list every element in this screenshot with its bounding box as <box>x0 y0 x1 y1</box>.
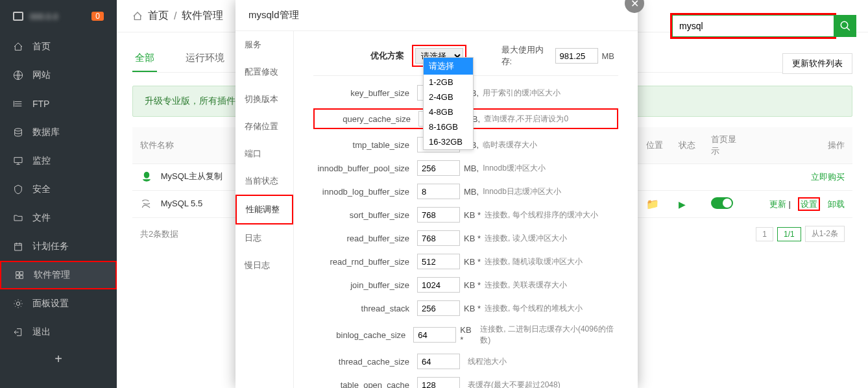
search-button[interactable] <box>834 15 856 37</box>
modal-tab-3[interactable]: 存储位置 <box>235 113 293 140</box>
modal-tab-0[interactable]: 服务 <box>235 31 293 58</box>
param-row-read_rnd_buffer_size: read_rnd_buffer_size KB * 连接数, 随机读取缓冲区大小 <box>313 254 618 269</box>
param-row-innodb_log_buffer_size: innodb_log_buffer_size MB, Innodb日志缓冲区大小 <box>313 184 618 199</box>
param-input-read_buffer_size[interactable] <box>417 230 460 246</box>
param-label: thread_cache_size <box>313 357 417 367</box>
param-row-thread_stack: thread_stack KB * 连接数, 每个线程的堆栈大小 <box>313 300 618 316</box>
param-label: thread_stack <box>313 304 417 313</box>
param-input-innodb_buffer_pool_size[interactable] <box>417 160 460 176</box>
svg-point-0 <box>841 21 848 29</box>
param-input-innodb_log_buffer_size[interactable] <box>417 184 460 199</box>
modal-tab-6[interactable]: 性能调整 <box>235 195 293 224</box>
svg-line-1 <box>847 27 850 30</box>
param-label: read_buffer_size <box>313 234 417 243</box>
param-input-binlog_cache_size[interactable] <box>413 327 456 343</box>
param-label: innodb_log_buffer_size <box>313 187 417 197</box>
param-label: read_rnd_buffer_size <box>313 257 417 267</box>
dropdown-option[interactable]: 16-32GB <box>424 134 473 149</box>
param-label: tmp_table_size <box>313 140 417 150</box>
param-input-sort_buffer_size[interactable] <box>417 207 460 223</box>
search-input[interactable] <box>672 15 834 37</box>
mysqld-modal: ✕ mysqld管理 服务配置修改切换版本存储位置端口当前状态性能调整日志慢日志… <box>235 0 638 388</box>
modal-tab-2[interactable]: 切换版本 <box>235 86 293 113</box>
param-row-thread_cache_size: thread_cache_size 线程池大小 <box>313 354 618 369</box>
modal-tab-4[interactable]: 端口 <box>235 140 293 167</box>
param-input-thread_cache_size[interactable] <box>417 354 460 369</box>
modal-title: mysqld管理 <box>235 0 638 31</box>
modal-tab-8[interactable]: 慢日志 <box>235 252 293 279</box>
search-wrap <box>670 13 856 39</box>
modal-tab-7[interactable]: 日志 <box>235 224 293 252</box>
param-label: query_cache_size <box>315 114 418 124</box>
param-row-sort_buffer_size: sort_buffer_size KB * 连接数, 每个线程排序的缓冲大小 <box>313 207 618 223</box>
param-label: table_open_cache <box>313 380 417 389</box>
param-row-read_buffer_size: read_buffer_size KB * 连接数, 读入缓冲区大小 <box>313 230 618 246</box>
dropdown-option[interactable]: 4-8GB <box>424 104 473 119</box>
max-mem-input[interactable] <box>555 48 598 64</box>
dropdown-option[interactable]: 请选择 <box>424 58 473 75</box>
search-icon <box>839 20 851 32</box>
param-input-read_rnd_buffer_size[interactable] <box>417 254 460 269</box>
param-input-thread_stack[interactable] <box>417 300 460 316</box>
opt-scheme-dropdown: 请选择1-2GB2-4GB4-8GB8-16GB16-32GB <box>423 57 474 150</box>
modal-content: 优化方案 请选择 最大使用内存: MB key_buffer_size MB, … <box>294 31 638 388</box>
param-label: join_buffer_size <box>313 280 417 290</box>
param-input-table_open_cache[interactable] <box>417 377 460 388</box>
dropdown-option[interactable]: 2-4GB <box>424 90 473 104</box>
param-row-table_open_cache: table_open_cache 表缓存(最大不要超过2048) <box>313 377 618 388</box>
param-label: binlog_cache_size <box>313 330 413 340</box>
max-mem-label: 最大使用内存: <box>501 44 551 67</box>
param-label: sort_buffer_size <box>313 210 417 220</box>
dropdown-option[interactable]: 8-16GB <box>424 119 473 134</box>
modal-sidebar: 服务配置修改切换版本存储位置端口当前状态性能调整日志慢日志 <box>235 31 294 388</box>
opt-scheme-label: 优化方案 <box>313 50 412 62</box>
param-label: innodb_buffer_pool_size <box>313 164 417 173</box>
modal-tab-1[interactable]: 配置修改 <box>235 58 293 86</box>
param-input-join_buffer_size[interactable] <box>417 277 460 293</box>
modal-tab-5[interactable]: 当前状态 <box>235 167 293 195</box>
max-mem-unit: MB <box>602 51 615 61</box>
param-row-innodb_buffer_pool_size: innodb_buffer_pool_size MB, Innodb缓冲区大小 <box>313 160 618 176</box>
param-row-join_buffer_size: join_buffer_size KB * 连接数, 关联表缓存大小 <box>313 277 618 293</box>
param-label: key_buffer_size <box>313 88 417 98</box>
dropdown-option[interactable]: 1-2GB <box>424 75 473 90</box>
param-row-binlog_cache_size: binlog_cache_size KB * 连接数, 二进制日志缓存大小(40… <box>313 324 618 346</box>
